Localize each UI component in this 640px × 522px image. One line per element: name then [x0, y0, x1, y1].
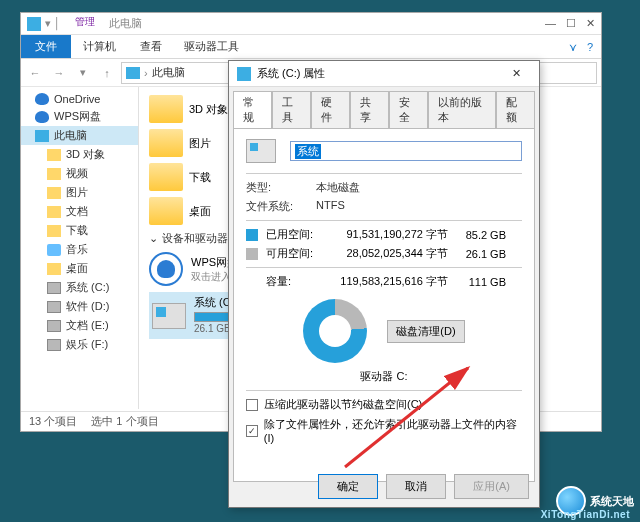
ic-drive-icon	[47, 339, 61, 351]
sidebar-item[interactable]: OneDrive	[21, 91, 138, 107]
props-tab[interactable]: 以前的版本	[428, 91, 496, 128]
props-tab[interactable]: 配额	[496, 91, 535, 128]
folder-label: 图片	[189, 136, 211, 151]
used-bytes: 91,531,190,272 字节	[330, 227, 448, 242]
folder-item[interactable]: 3D 对象	[149, 95, 228, 123]
ic-folder-icon	[47, 168, 61, 180]
volume-name-value: 系统	[295, 144, 321, 159]
drive-c-label: 驱动器 C:	[246, 369, 522, 384]
sidebar-item[interactable]: WPS网盘	[21, 107, 138, 126]
props-tab[interactable]: 安全	[389, 91, 428, 128]
sidebar-item[interactable]: 系统 (C:)	[21, 278, 138, 297]
compress-label: 压缩此驱动器以节约磁盘空间(C)	[264, 397, 422, 412]
ribbon-tab-computer[interactable]: 计算机	[71, 35, 128, 58]
sidebar-item[interactable]: 文档 (E:)	[21, 316, 138, 335]
folder-label: 3D 对象	[189, 102, 228, 117]
watermark-text: 系统天地	[590, 494, 634, 509]
folder-item[interactable]: 下载	[149, 163, 211, 191]
cancel-button[interactable]: 取消	[386, 474, 446, 499]
sidebar-item-label: OneDrive	[54, 93, 100, 105]
ic-music-icon	[47, 244, 61, 256]
qat-sep: ▾ │	[45, 17, 61, 30]
sidebar-item-label: 音乐	[66, 242, 88, 257]
free-gb: 26.1 GB	[456, 248, 506, 260]
ribbon-tab-drivetools[interactable]: 驱动器工具	[174, 35, 249, 58]
nav-sidebar: OneDriveWPS网盘此电脑3D 对象视频图片文档下载音乐桌面系统 (C:)…	[21, 87, 139, 409]
capacity-gb: 111 GB	[456, 276, 506, 288]
ribbon-tab-view[interactable]: 查看	[128, 35, 174, 58]
nav-back[interactable]: ←	[25, 63, 45, 83]
type-value: 本地磁盘	[316, 180, 360, 195]
sidebar-item[interactable]: 视频	[21, 164, 138, 183]
index-label: 除了文件属性外，还允许索引此驱动器上文件的内容(I)	[264, 417, 522, 444]
free-label: 可用空间:	[266, 246, 322, 261]
folder-item[interactable]: 图片	[149, 129, 211, 157]
sidebar-item[interactable]: 音乐	[21, 240, 138, 259]
sidebar-item[interactable]: 文档	[21, 202, 138, 221]
fs-label: 文件系统:	[246, 199, 316, 214]
manage-label: 管理	[65, 15, 105, 33]
nav-fwd[interactable]: →	[49, 63, 69, 83]
sidebar-item[interactable]: 软件 (D:)	[21, 297, 138, 316]
sidebar-item-label: 娱乐 (F:)	[66, 337, 108, 352]
fs-value: NTFS	[316, 199, 345, 214]
sidebar-item[interactable]: 此电脑	[21, 126, 138, 145]
pc-icon	[27, 17, 41, 31]
type-label: 类型:	[246, 180, 316, 195]
ic-folder-icon	[47, 206, 61, 218]
nav-recent[interactable]: ▾	[73, 63, 93, 83]
sidebar-item-label: 桌面	[66, 261, 88, 276]
close-button[interactable]: ✕	[586, 17, 595, 30]
index-checkbox[interactable]: ✓	[246, 425, 258, 437]
ribbon: 文件 计算机 查看 驱动器工具 ⋎ ?	[21, 35, 601, 59]
file-tab[interactable]: 文件	[21, 35, 71, 58]
props-tab[interactable]: 工具	[272, 91, 311, 128]
sidebar-item[interactable]: 图片	[21, 183, 138, 202]
props-tab[interactable]: 常规	[233, 91, 272, 128]
folder-icon	[149, 197, 183, 225]
apply-button[interactable]: 应用(A)	[454, 474, 529, 499]
ic-drive-icon	[47, 320, 61, 332]
dialog-close-button[interactable]: ✕	[501, 67, 531, 80]
props-tab[interactable]: 共享	[350, 91, 389, 128]
sidebar-item[interactable]: 桌面	[21, 259, 138, 278]
sidebar-item-label: 文档	[66, 204, 88, 219]
capacity-bytes: 119,583,215,616 字节	[330, 274, 448, 289]
disk-cleanup-button[interactable]: 磁盘清理(D)	[387, 320, 464, 343]
sidebar-item[interactable]: 下载	[21, 221, 138, 240]
free-bytes: 28,052,025,344 字节	[330, 246, 448, 261]
address-segment[interactable]: 此电脑	[152, 65, 185, 80]
maximize-button[interactable]: ☐	[566, 17, 576, 30]
help-button[interactable]: ⋎	[569, 41, 577, 54]
drive-icon	[246, 139, 276, 163]
pc-icon	[126, 67, 140, 79]
sidebar-item-label: 文档 (E:)	[66, 318, 109, 333]
folder-item[interactable]: 桌面	[149, 197, 211, 225]
sidebar-item[interactable]: 3D 对象	[21, 145, 138, 164]
sidebar-item-label: 图片	[66, 185, 88, 200]
ic-drive-icon	[47, 282, 61, 294]
address-chevron: ›	[144, 67, 148, 79]
tab-general-body: 系统 类型:本地磁盘 文件系统:NTFS 已用空间: 91,531,190,27…	[233, 128, 535, 482]
sidebar-item[interactable]: 娱乐 (F:)	[21, 335, 138, 354]
minimize-button[interactable]: —	[545, 17, 556, 30]
ic-folder-icon	[47, 225, 61, 237]
window-title: 此电脑	[109, 16, 142, 31]
nav-up[interactable]: ↑	[97, 63, 117, 83]
compress-checkbox[interactable]	[246, 399, 258, 411]
help-icon[interactable]: ?	[587, 41, 593, 54]
tab-strip: 常规工具硬件共享安全以前的版本配额	[229, 87, 539, 128]
used-gb: 85.2 GB	[456, 229, 506, 241]
ic-drive-icon	[47, 301, 61, 313]
watermark-url: XiTongTianDi.net	[541, 509, 630, 520]
status-selected: 选中 1 个项目	[91, 414, 158, 429]
ic-folder-icon	[47, 149, 61, 161]
props-tab[interactable]: 硬件	[311, 91, 350, 128]
drive-icon	[237, 67, 251, 81]
folder-label: 下载	[189, 170, 211, 185]
ic-pc-icon	[35, 130, 49, 142]
ok-button[interactable]: 确定	[318, 474, 378, 499]
folder-label: 桌面	[189, 204, 211, 219]
sidebar-item-label: 视频	[66, 166, 88, 181]
volume-name-input[interactable]: 系统	[290, 141, 522, 161]
